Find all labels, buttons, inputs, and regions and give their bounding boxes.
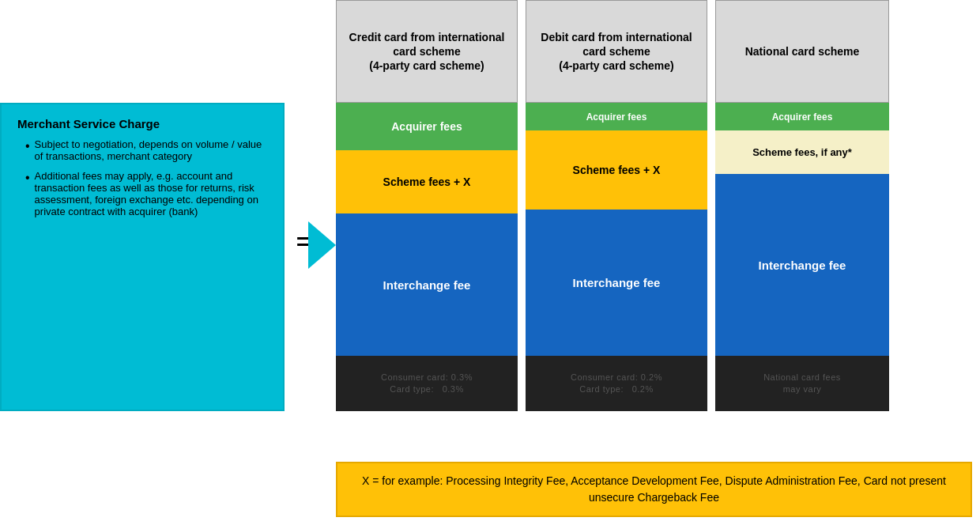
bullet-dot-2: • [25,170,30,217]
merchant-bullet-2-text: Additional fees may apply, e.g. account … [35,170,267,217]
equals-sign: = [296,229,309,255]
merchant-bullet-2: • Additional fees may apply, e.g. accoun… [17,170,267,217]
debit-bottom-info: Consumer card: 0.2% Card type: 0.2% [526,356,707,411]
debit-scheme-fees: Scheme fees + X [526,130,707,210]
bullet-dot-1: • [25,138,30,162]
credit-bottom-line2: Card type: 0.3% [390,383,464,395]
credit-acquirer-fees: Acquirer fees [336,103,518,150]
credit-scheme-fees: Scheme fees + X [336,150,518,213]
header-row: Credit card from international card sche… [336,0,980,103]
debit-bottom-line1: Consumer card: 0.2% [571,372,662,383]
credit-interchange-fee: Interchange fee [336,213,518,356]
national-bottom-line2: may vary [783,383,822,395]
debit-card-header: Debit card from international card schem… [526,0,707,103]
credit-card-column: Acquirer fees Scheme fees + X Interchang… [336,103,518,411]
merchant-service-charge-box: Merchant Service Charge • Subject to neg… [0,103,285,411]
national-acquirer-fees: Acquirer fees [715,103,889,130]
national-card-header-text: National card scheme [745,44,860,59]
national-card-column: Acquirer fees Scheme fees, if any* Inter… [715,103,889,411]
credit-card-header-text: Credit card from international card sche… [343,30,511,74]
bottom-note-text: X = for example: Processing Integrity Fe… [362,474,946,504]
arrow-icon [308,221,336,269]
national-card-header: National card scheme [715,0,889,103]
columns-area: Acquirer fees Scheme fees + X Interchang… [336,103,889,411]
bottom-note: X = for example: Processing Integrity Fe… [336,462,972,517]
national-interchange-fee: Interchange fee [715,174,889,356]
merchant-title: Merchant Service Charge [17,117,267,130]
debit-acquirer-fees: Acquirer fees [526,103,707,130]
main-container: Credit card from international card sche… [0,0,980,525]
national-bottom-info: National card fees may vary [715,356,889,411]
merchant-bullet-1-text: Subject to negotiation, depends on volum… [35,138,267,162]
credit-bottom-info: Consumer card: 0.3% Card type: 0.3% [336,356,518,411]
national-bottom-line1: National card fees [763,372,841,383]
credit-bottom-line1: Consumer card: 0.3% [381,372,473,383]
credit-card-header: Credit card from international card sche… [336,0,518,103]
debit-card-header-text: Debit card from international card schem… [533,30,700,74]
debit-interchange-fee: Interchange fee [526,210,707,356]
merchant-bullet-1: • Subject to negotiation, depends on vol… [17,138,267,162]
national-scheme-fees: Scheme fees, if any* [715,130,889,174]
debit-bottom-line2: Card type: 0.2% [579,383,654,395]
debit-card-column: Acquirer fees Scheme fees + X Interchang… [526,103,707,411]
